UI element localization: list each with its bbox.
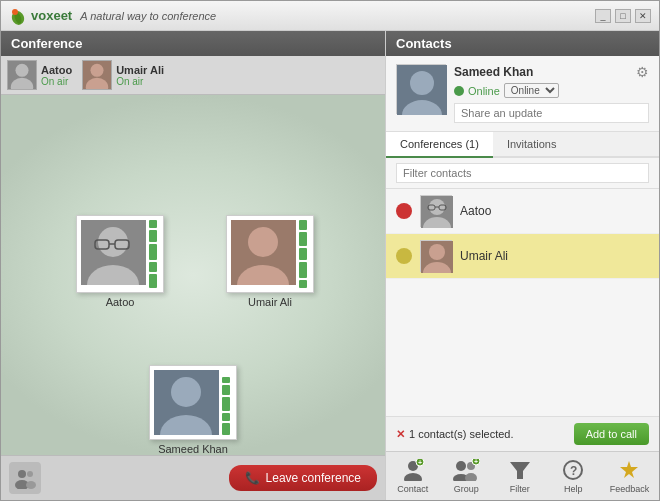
audio-bar	[149, 262, 157, 272]
profile-name: Sameed Khan	[454, 65, 533, 79]
audio-bar	[222, 397, 230, 411]
svg-point-24	[26, 481, 36, 489]
filter-icon-svg	[508, 459, 532, 481]
participant-bubble-aatoo: Aatoo	[76, 215, 164, 308]
status-dropdown[interactable]: Online Away Busy Offline	[504, 83, 559, 98]
group-icon-button[interactable]	[9, 462, 41, 494]
audio-bar	[149, 274, 157, 288]
bubble-avatar-svg-aatoo	[81, 220, 146, 285]
svg-point-35	[429, 244, 445, 260]
contact-name-aatoo: Aatoo	[460, 204, 491, 218]
toolbar-label-group: Group	[454, 484, 479, 494]
bubble-avatar-svg-umair	[231, 220, 296, 285]
contact-item-aatoo[interactable]: Aatoo	[386, 189, 659, 234]
main-content: Conference Aatoo On air	[1, 31, 659, 500]
onair-info-aatoo: Aatoo On air	[41, 64, 72, 87]
bubble-avatar-svg-sameed	[154, 370, 219, 435]
filter-contacts-input[interactable]	[396, 163, 649, 183]
onair-avatar-umair	[82, 60, 112, 90]
toolbar-btn-filter[interactable]: Filter	[495, 456, 545, 496]
conference-panel: Conference Aatoo On air	[1, 31, 386, 500]
contact-item-umair[interactable]: Umair Ali	[386, 234, 659, 279]
audio-bar	[149, 220, 157, 228]
gear-icon[interactable]: ⚙	[636, 64, 649, 80]
toolbar-btn-group[interactable]: + Group	[441, 456, 491, 496]
onair-strip: Aatoo On air Umair Ali On air	[1, 56, 385, 95]
svg-text:+: +	[418, 459, 422, 466]
onair-name-umair: Umair Ali	[116, 64, 164, 76]
deselect-button[interactable]: ✕	[396, 428, 405, 441]
avatar-svg-umair	[83, 61, 111, 89]
tab-conferences[interactable]: Conferences (1)	[386, 132, 493, 158]
bubble-name-aatoo: Aatoo	[106, 296, 135, 308]
bubble-avatar-aatoo	[81, 220, 146, 285]
app-name: voxeet	[31, 8, 72, 23]
feedback-icon-svg	[618, 459, 640, 481]
group-icon: +	[452, 458, 480, 482]
audio-bar	[299, 220, 307, 230]
svg-point-19	[171, 377, 201, 407]
bubble-card-aatoo	[76, 215, 164, 293]
filter-input-container	[386, 158, 659, 189]
audio-bar	[222, 377, 230, 383]
svg-point-2	[12, 9, 18, 15]
conference-canvas: Aatoo	[1, 95, 385, 455]
avatar-svg-aatoo	[8, 61, 36, 89]
onair-info-umair: Umair Ali On air	[116, 64, 164, 87]
svg-point-16	[248, 227, 278, 257]
contacts-list: Aatoo Umair Ali	[386, 189, 659, 416]
onair-participant-aatoo: Aatoo On air	[7, 60, 72, 90]
phone-icon: 📞	[245, 471, 260, 485]
share-update-input[interactable]	[454, 103, 649, 123]
onair-name-aatoo: Aatoo	[41, 64, 72, 76]
status-text: Online	[468, 85, 500, 97]
audio-bar	[149, 244, 157, 260]
contacts-actions: ✕ 1 contact(s) selected. Add to call	[386, 416, 659, 451]
svg-point-23	[27, 471, 33, 477]
contacts-header: Contacts	[386, 31, 659, 56]
audio-bar	[222, 413, 230, 421]
close-button[interactable]: ✕	[635, 9, 651, 23]
audio-bar	[299, 248, 307, 260]
toolbar-btn-help[interactable]: ? Help	[548, 456, 598, 496]
status-row: Online Online Away Busy Offline	[454, 83, 649, 98]
titlebar: voxeet A natural way to conference _ □ ✕	[1, 1, 659, 31]
group-icon-svg: +	[452, 459, 480, 481]
svg-marker-50	[620, 461, 638, 478]
contact-avatar-svg-umair	[421, 241, 453, 273]
svg-point-38	[404, 473, 422, 481]
profile-info: Sameed Khan ⚙ Online Online Away Busy Of…	[454, 64, 649, 123]
minimize-button[interactable]: _	[595, 9, 611, 23]
window-controls: _ □ ✕	[595, 9, 651, 23]
maximize-button[interactable]: □	[615, 9, 631, 23]
toolbar-label-filter: Filter	[510, 484, 530, 494]
svg-point-7	[91, 64, 104, 77]
audio-bar	[299, 280, 307, 288]
toolbar-btn-contact[interactable]: + Contact	[388, 456, 438, 496]
tab-invitations[interactable]: Invitations	[493, 132, 571, 158]
contact-status-umair	[396, 248, 412, 264]
leave-conference-button[interactable]: 📞 Leave conference	[229, 465, 377, 491]
onair-status-aatoo: On air	[41, 76, 72, 87]
onair-status-umair: On air	[116, 76, 164, 87]
toolbar-btn-feedback[interactable]: Feedback	[602, 456, 658, 496]
user-profile: Sameed Khan ⚙ Online Online Away Busy Of…	[386, 56, 659, 132]
add-to-call-button[interactable]: Add to call	[574, 423, 649, 445]
svg-point-41	[456, 461, 466, 471]
svg-text:?: ?	[570, 464, 577, 478]
svg-point-10	[98, 227, 128, 257]
participant-bubble-umair: Umair Ali	[226, 215, 314, 308]
contacts-toolbar: + Contact +	[386, 451, 659, 500]
audio-bar	[149, 230, 157, 242]
contact-avatar-umair	[420, 240, 452, 272]
bubble-card-umair	[226, 215, 314, 293]
contact-avatar-aatoo	[420, 195, 452, 227]
profile-avatar-svg	[397, 65, 447, 115]
toolbar-label-help: Help	[564, 484, 583, 494]
feedback-icon	[615, 458, 643, 482]
audio-bars-umair	[299, 220, 309, 288]
svg-point-44	[465, 473, 477, 481]
toolbar-label-feedback: Feedback	[610, 484, 650, 494]
contact-name-umair: Umair Ali	[460, 249, 508, 263]
group-participants-icon	[14, 467, 36, 489]
